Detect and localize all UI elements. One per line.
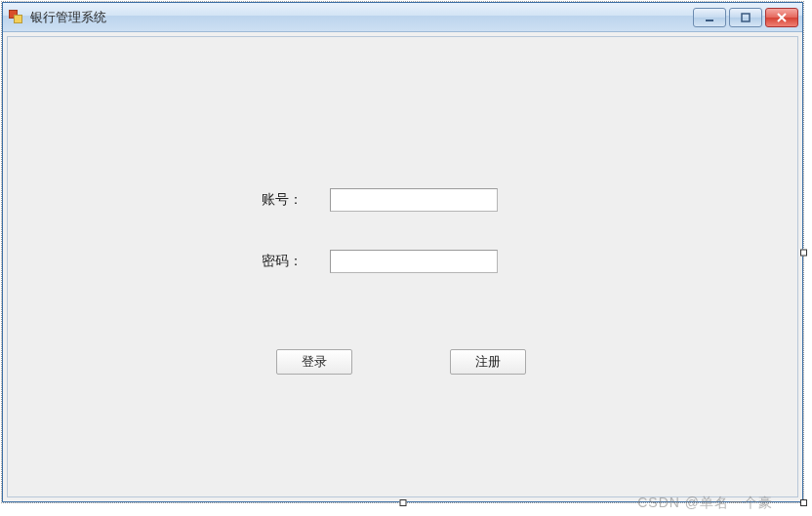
client-area: 账号： 密码： 登录 注册: [7, 36, 798, 497]
app-icon: [9, 10, 24, 25]
resize-handle-east[interactable]: [800, 249, 807, 256]
button-row: 登录 注册: [276, 349, 526, 375]
password-row: 密码：: [262, 250, 498, 273]
window-title: 银行管理系统: [30, 9, 693, 26]
password-label: 密码：: [262, 253, 330, 270]
window-controls: [693, 8, 798, 27]
designer-canvas: 银行管理系统 账号： 密码：: [1, 1, 804, 503]
account-row: 账号：: [262, 188, 498, 212]
password-input[interactable]: [330, 250, 498, 273]
title-bar: 银行管理系统: [3, 3, 802, 32]
account-input[interactable]: [330, 188, 498, 212]
svg-rect-1: [742, 14, 750, 21]
app-window: 银行管理系统 账号： 密码：: [2, 2, 803, 502]
svg-rect-0: [706, 20, 713, 21]
close-button[interactable]: [765, 8, 798, 27]
minimize-button[interactable]: [693, 8, 726, 27]
resize-handle-south[interactable]: [399, 499, 406, 506]
resize-handle-southeast[interactable]: [800, 499, 807, 506]
login-button[interactable]: 登录: [276, 349, 352, 375]
account-label: 账号：: [262, 191, 330, 209]
maximize-button[interactable]: [729, 8, 762, 27]
register-button[interactable]: 注册: [450, 349, 526, 375]
